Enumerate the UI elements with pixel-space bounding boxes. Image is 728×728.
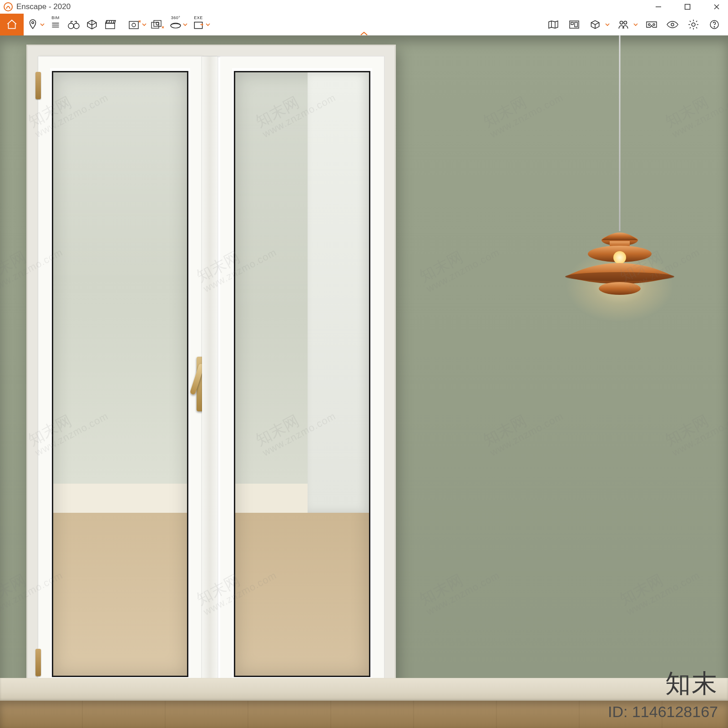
asset-library-button[interactable] xyxy=(565,14,583,35)
svg-point-22 xyxy=(620,21,623,24)
svg-rect-2 xyxy=(685,5,690,10)
lamp-shade-icon xyxy=(551,208,688,308)
close-button[interactable] xyxy=(708,0,725,13)
door-mullion xyxy=(202,56,217,692)
minimap-button[interactable] xyxy=(544,14,562,35)
pano-label: 360° xyxy=(171,15,181,20)
location-pin-button[interactable] xyxy=(24,14,42,35)
svg-point-33 xyxy=(613,251,626,264)
svg-point-16 xyxy=(156,22,159,25)
svg-point-35 xyxy=(599,282,641,295)
door-hinge-top xyxy=(35,72,41,99)
chevron-down-icon[interactable] xyxy=(632,22,639,27)
svg-rect-15 xyxy=(154,20,161,26)
svg-point-26 xyxy=(671,23,674,26)
svg-point-25 xyxy=(653,24,655,25)
panorama-360-button[interactable]: 360° xyxy=(167,14,185,35)
help-button[interactable] xyxy=(705,14,723,35)
door-hinge-bottom xyxy=(35,649,41,676)
door-glass-right xyxy=(234,71,370,677)
home-button[interactable] xyxy=(0,14,24,35)
asset-info-overlay: 知末 ID: 1146128167 xyxy=(608,667,718,721)
cube-view-button[interactable] xyxy=(586,14,604,35)
brand-text: 知末 xyxy=(608,667,718,701)
settings-gear-button[interactable] xyxy=(684,14,703,35)
door-glass-left xyxy=(52,71,188,677)
door-leaf-fixed xyxy=(220,56,384,692)
scene-door xyxy=(26,45,396,703)
svg-point-5 xyxy=(32,21,34,23)
minimize-button[interactable] xyxy=(650,0,667,13)
render-viewport[interactable]: 知末网www.znzmo.com 知末网www.znzmo.com 知末网www… xyxy=(0,35,728,728)
svg-point-24 xyxy=(648,24,650,25)
main-toolbar: BIM xyxy=(0,14,728,35)
exe-export-button[interactable]: EXE xyxy=(189,14,207,35)
svg-point-10 xyxy=(74,23,79,29)
asset-id-text: ID: 1146128167 xyxy=(608,703,718,721)
toolbar-left-group: BIM xyxy=(0,14,212,35)
screenshot-button[interactable] xyxy=(126,14,144,35)
bim-info-button[interactable]: BIM xyxy=(46,14,65,35)
batch-render-button[interactable] xyxy=(148,14,167,35)
app-logo-icon xyxy=(4,2,13,11)
door-leaf-openable xyxy=(38,56,202,692)
lamp-cord xyxy=(619,35,621,231)
svg-point-27 xyxy=(692,23,695,26)
bim-label: BIM xyxy=(51,15,60,20)
collaboration-button[interactable] xyxy=(614,14,632,35)
svg-point-34 xyxy=(565,272,674,281)
svg-point-9 xyxy=(68,23,74,29)
svg-point-29 xyxy=(714,26,715,27)
svg-rect-11 xyxy=(106,23,115,29)
exe-label: EXE xyxy=(194,15,203,20)
svg-rect-18 xyxy=(194,22,202,28)
vr-headset-button[interactable] xyxy=(642,14,661,35)
svg-point-13 xyxy=(132,23,136,27)
chevron-down-icon[interactable] xyxy=(604,22,611,27)
svg-rect-21 xyxy=(575,22,577,27)
window-controls xyxy=(650,0,725,13)
svg-rect-20 xyxy=(571,22,573,25)
window-title-bar: Enscape - 2020 xyxy=(0,0,728,14)
window-title: Enscape - 2020 xyxy=(16,2,71,11)
perspective-button[interactable] xyxy=(83,14,101,35)
video-clapper-button[interactable] xyxy=(101,14,119,35)
visibility-eye-button[interactable] xyxy=(663,14,682,35)
scene-pendant-lamp xyxy=(551,35,688,327)
svg-point-23 xyxy=(624,21,627,24)
binoculars-button[interactable] xyxy=(65,14,83,35)
svg-rect-12 xyxy=(129,21,138,29)
maximize-button[interactable] xyxy=(679,0,696,13)
toolbar-right-group xyxy=(544,14,728,35)
